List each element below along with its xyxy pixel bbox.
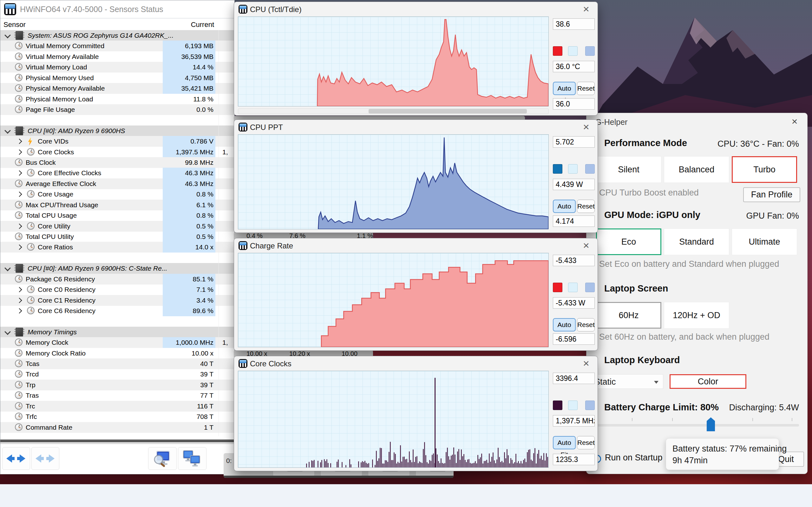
series-color-swatch[interactable] — [553, 46, 562, 56]
chevron-down-icon[interactable] — [4, 329, 11, 335]
sensor-row[interactable]: Physical Memory Used4,750 MB — [0, 72, 235, 83]
grid-color-swatch[interactable] — [585, 164, 595, 174]
sensor-row[interactable]: Total CPU Utility0.5 % — [0, 231, 235, 242]
chevron-right-icon[interactable] — [17, 192, 22, 197]
sensor-row[interactable]: Virtual Memory Committed6,193 MB — [0, 41, 235, 51]
expand-columns-button[interactable] — [2, 447, 30, 470]
sensor-row[interactable]: Package C6 Residency85.1 % — [0, 274, 235, 285]
keyboard-mode-dropdown[interactable]: Static — [590, 374, 663, 389]
mode-button-silent[interactable]: Silent — [596, 156, 661, 183]
column-header-sensor[interactable]: Sensor — [3, 20, 26, 29]
graph-plot-area[interactable] — [238, 16, 549, 107]
grid-color-swatch[interactable] — [585, 283, 595, 292]
background-color-swatch[interactable] — [568, 164, 577, 174]
sensor-row[interactable]: Trcd39 T — [0, 369, 235, 380]
auto-fit-button[interactable]: Auto Fit — [553, 82, 576, 95]
chevron-right-icon[interactable] — [17, 245, 22, 250]
graph-plot-area[interactable] — [238, 134, 549, 229]
graph-window-titlebar[interactable]: Core Clocks× — [234, 356, 598, 371]
mode-button-turbo[interactable]: Turbo — [732, 156, 797, 183]
mode-button-balanced[interactable]: Balanced — [664, 156, 729, 183]
sensor-row[interactable]: Core C1 Residency3.4 % — [0, 295, 235, 306]
sensor-row[interactable]: Virtual Memory Available36,539 MB — [0, 51, 235, 62]
graph-color-swatches[interactable] — [553, 164, 595, 174]
graph-window-titlebar[interactable]: CPU PPT× — [234, 120, 598, 134]
sensor-row[interactable]: Core C0 Residency7.1 % — [0, 284, 235, 295]
sensor-row[interactable]: Physical Memory Available35,421 MB — [0, 83, 235, 94]
chevron-right-icon[interactable] — [17, 297, 22, 303]
mode-button-120hz-od[interactable]: 120Hz + OD — [664, 302, 729, 329]
sensor-row[interactable]: Core VIDs0.786 V — [0, 136, 235, 147]
graph-window-titlebar[interactable]: Charge Rate× — [234, 238, 598, 253]
chevron-right-icon[interactable] — [17, 287, 22, 292]
sensor-row[interactable]: Core Clocks1,397.5 MHz1, — [0, 147, 235, 158]
sensor-row[interactable]: Tras77 T — [0, 390, 235, 401]
background-color-swatch[interactable] — [568, 283, 577, 292]
grid-color-swatch[interactable] — [585, 400, 595, 410]
sensor-row[interactable]: Bus Clock99.8 MHz — [0, 157, 235, 168]
chevron-right-icon[interactable] — [17, 149, 22, 155]
mode-button-standard[interactable]: Standard — [664, 228, 729, 255]
chevron-right-icon[interactable] — [17, 170, 22, 176]
graph-color-swatches[interactable] — [553, 400, 595, 410]
grid-color-swatch[interactable] — [585, 46, 595, 56]
sensor-row[interactable]: Total CPU Usage0.8 % — [0, 210, 235, 221]
sensor-row[interactable]: Max CPU/Thread Usage6.1 % — [0, 200, 235, 210]
mode-button-eco[interactable]: Eco — [596, 228, 661, 255]
chevron-right-icon[interactable] — [17, 223, 22, 229]
reset-button[interactable]: Reset — [577, 200, 595, 213]
sensor-row[interactable]: Virtual Memory Load14.4 % — [0, 62, 235, 72]
series-color-swatch[interactable] — [553, 164, 562, 174]
battery-limit-slider-track[interactable] — [596, 424, 799, 427]
sensor-section-row[interactable]: System: ASUS ROG Zephyrus G14 GA402RK_..… — [0, 30, 235, 41]
hwinfo-titlebar[interactable]: HWiNFO64 v7.40-5000 - Sensors Status — [0, 0, 235, 18]
graph-plot-area[interactable] — [238, 371, 549, 468]
chevron-down-icon[interactable] — [4, 32, 11, 38]
series-color-swatch[interactable] — [553, 400, 562, 410]
sensor-row[interactable]: Core Utility0.5 % — [0, 221, 235, 232]
sensor-row[interactable]: Core Usage0.8 % — [0, 189, 235, 200]
reset-button[interactable]: Reset — [577, 318, 595, 331]
graph-window-titlebar[interactable]: CPU (Tctl/Tdie)× — [234, 2, 598, 16]
reset-button[interactable]: Reset — [577, 82, 595, 95]
auto-fit-button[interactable]: Auto Fit — [553, 318, 576, 331]
background-color-swatch[interactable] — [568, 400, 577, 410]
series-color-swatch[interactable] — [553, 283, 562, 292]
fan-profile-button[interactable]: Fan Profile — [743, 187, 800, 202]
sensor-row[interactable]: Trfc708 T — [0, 411, 235, 422]
sensor-row[interactable]: Trc116 T — [0, 401, 235, 412]
sensor-row[interactable]: Trp39 T — [0, 380, 235, 390]
remote-monitor-button[interactable] — [178, 447, 206, 470]
ghelper-close-icon[interactable]: × — [789, 116, 800, 127]
chevron-right-icon[interactable] — [17, 139, 22, 144]
chevron-down-icon[interactable] — [4, 127, 11, 134]
graph-color-swatches[interactable] — [553, 283, 595, 292]
sensor-section-row[interactable]: CPU [#0]: AMD Ryzen 9 6900HS — [0, 125, 235, 136]
graph-color-swatches[interactable] — [553, 46, 595, 56]
auto-fit-button[interactable]: Auto Fit — [553, 436, 576, 449]
sensor-row[interactable]: Memory Clock1,000.0 MHz1, — [0, 337, 235, 348]
graph-plot-area[interactable] — [238, 253, 549, 347]
mode-button-60hz[interactable]: 60Hz — [596, 302, 661, 329]
background-color-swatch[interactable] — [568, 46, 577, 56]
sensor-row[interactable]: Page File Usage0.0 % — [0, 104, 235, 115]
reset-button[interactable]: Reset — [577, 436, 595, 449]
mode-button-ultimate[interactable]: Ultimate — [732, 228, 797, 255]
sensor-row[interactable]: Tcas40 T — [0, 358, 235, 369]
collapse-columns-button[interactable] — [32, 447, 59, 470]
sensor-row[interactable]: Command Rate1 T — [0, 422, 235, 433]
column-header-current[interactable]: Current — [163, 20, 214, 29]
chevron-right-icon[interactable] — [17, 308, 22, 314]
scrollbar-thumb[interactable] — [368, 109, 527, 113]
sensor-section-row[interactable]: Memory Timings — [0, 327, 235, 337]
sensor-section-row[interactable]: CPU [#0]: AMD Ryzen 9 6900HS: C-State Re… — [0, 263, 235, 274]
auto-fit-button[interactable]: Auto Fit — [553, 200, 576, 213]
sensor-row[interactable]: Core Effective Clocks46.3 MHz — [0, 168, 235, 178]
sensor-row[interactable]: Memory Clock Ratio10.00 x — [0, 348, 235, 359]
keyboard-color-button[interactable]: Color — [670, 374, 746, 389]
graph-horizontal-scrollbar[interactable] — [238, 108, 549, 114]
sensor-row[interactable]: Core C6 Residency89.6 % — [0, 305, 235, 316]
sensor-row[interactable]: Core Ratios14.0 x — [0, 242, 235, 252]
battery-limit-slider-handle[interactable] — [707, 417, 715, 431]
chevron-down-icon[interactable] — [4, 265, 11, 271]
